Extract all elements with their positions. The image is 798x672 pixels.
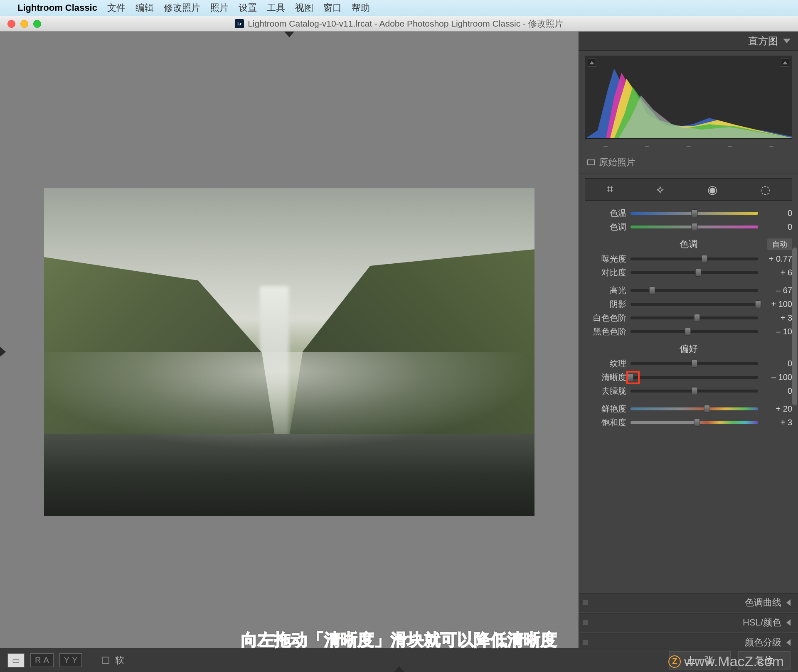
slider-tint: 色调0 <box>585 220 792 234</box>
menu-tools[interactable]: 工具 <box>267 2 285 14</box>
histogram-readouts: ––––– <box>579 142 798 153</box>
window-title: Lightroom Catalog-v10-v11.lrcat - Adobe … <box>248 18 563 29</box>
slider-texture: 纹理0 <box>585 357 792 370</box>
presence-section-header: 偏好 <box>585 341 792 357</box>
menu-photo[interactable]: 照片 <box>210 2 229 14</box>
slider-whites: 白色色阶+ 3 <box>585 311 792 325</box>
menu-file[interactable]: 文件 <box>107 2 126 14</box>
menu-window[interactable]: 窗口 <box>323 2 342 14</box>
chevron-left-icon <box>786 599 791 606</box>
chevron-left-icon <box>786 639 791 646</box>
histogram-header[interactable]: 直方图 <box>579 32 798 51</box>
histogram[interactable] <box>585 56 792 139</box>
left-panel-toggle-icon[interactable] <box>0 347 6 357</box>
slider-exposure: 曝光度+ 0.77 <box>585 252 792 266</box>
panel-hsl[interactable]: HSL/颜色 <box>579 613 798 632</box>
menu-settings[interactable]: 设置 <box>239 2 257 14</box>
chevron-left-icon <box>786 619 791 626</box>
softproof-label: 软 <box>115 654 124 667</box>
app-name[interactable]: Lightroom Classic <box>17 2 97 13</box>
loupe-view-icon[interactable]: ▭ <box>7 653 25 667</box>
panel-scrollbar[interactable] <box>792 248 797 405</box>
panel-tone-curve[interactable]: 色调曲线 <box>579 593 798 612</box>
original-icon <box>587 159 595 165</box>
canvas-area <box>0 32 579 672</box>
original-photo-row[interactable]: 原始照片 <box>579 153 798 174</box>
slider-blacks: 黑色色阶– 10 <box>585 325 792 338</box>
compare-modes[interactable]: RA <box>30 653 54 667</box>
preview-image[interactable] <box>44 188 534 516</box>
crop-tool-icon[interactable]: ⌗ <box>607 183 613 196</box>
tone-section-header: 色调自动 <box>585 236 792 252</box>
window-titlebar: LrLightroom Catalog-v10-v11.lrcat - Adob… <box>0 16 798 32</box>
menu-develop[interactable]: 修改照片 <box>164 2 200 14</box>
menu-edit[interactable]: 编辑 <box>135 2 154 14</box>
softproof-checkbox[interactable] <box>102 657 109 664</box>
lightroom-icon: Lr <box>235 19 244 28</box>
watermark: Zwww.MacZ.com <box>668 653 784 670</box>
slider-vibrance: 鲜艳度+ 20 <box>585 402 792 416</box>
slider-saturation: 饱和度+ 3 <box>585 416 792 429</box>
slider-contrast: 对比度+ 6 <box>585 266 792 280</box>
filmstrip-toggle-icon[interactable] <box>394 666 404 672</box>
chevron-down-icon <box>783 39 791 43</box>
tool-strip: ⌗ ⟡ ◉ ◌ <box>585 178 792 201</box>
develop-panel: 直方图 ––––– 原始照片 ⌗ ⟡ ◉ ◌ 色温0 色调0 色调自动 曝光度+… <box>579 32 798 672</box>
slider-dehaze: 去朦胧0 <box>585 384 792 398</box>
auto-button[interactable]: 自动 <box>767 238 792 250</box>
menu-view[interactable]: 视图 <box>295 2 313 14</box>
survey-modes[interactable]: YY <box>59 653 82 667</box>
redeye-tool-icon[interactable]: ◉ <box>707 183 717 196</box>
slider-temp: 色温0 <box>585 206 792 220</box>
top-panel-toggle-icon[interactable] <box>284 32 294 37</box>
slider-clarity: 清晰度– 100 <box>585 370 792 384</box>
heal-tool-icon[interactable]: ⟡ <box>656 183 664 196</box>
menu-help[interactable]: 帮助 <box>352 2 370 14</box>
macos-menubar: Lightroom Classic 文件 编辑 修改照片 照片 设置 工具 视图… <box>0 0 798 16</box>
slider-highlights: 高光– 67 <box>585 284 792 297</box>
mask-tool-icon[interactable]: ◌ <box>760 183 770 196</box>
slider-shadows: 阴影+ 100 <box>585 297 792 311</box>
